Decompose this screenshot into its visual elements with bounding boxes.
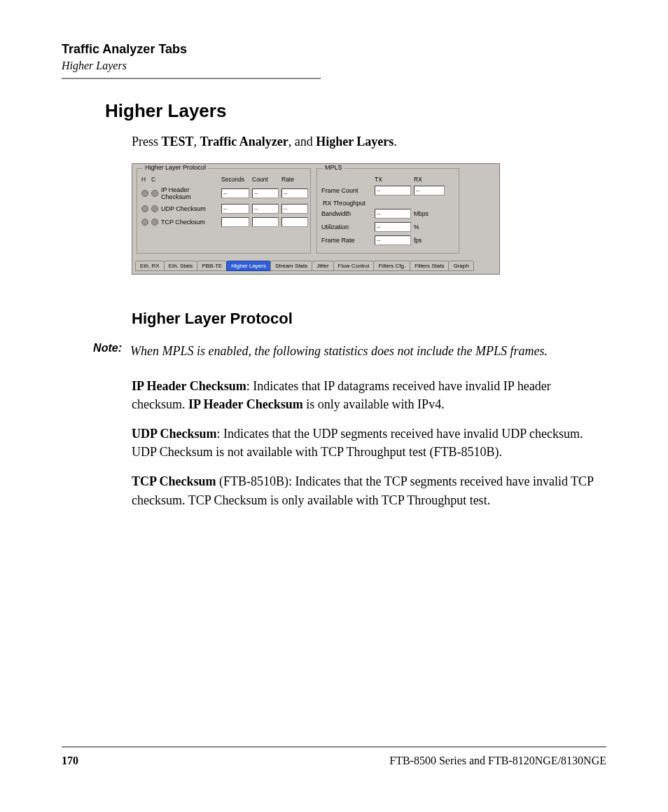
cell-rx: -- [414, 186, 445, 195]
row-udp-checksum: UDP Checksum -- -- -- [141, 204, 306, 214]
col-seconds: Seconds [221, 176, 249, 183]
led-icon [151, 205, 158, 212]
cell-frame-rate: -- [375, 235, 411, 245]
col-h: H [141, 176, 148, 183]
note-block: Note: When MPLS is enabled, the followin… [83, 342, 606, 360]
col-tx: TX [375, 176, 411, 183]
term-tcp-checksum: TCP Checksum [132, 474, 216, 488]
tab-eth-rx[interactable]: Eth. RX [135, 261, 165, 271]
page-title: Higher Layers [105, 100, 606, 122]
paragraph-tcp-checksum: TCP Checksum (FTB-8510B): Indicates that… [132, 472, 606, 509]
row-bandwidth: Bandwidth -- Mbps [321, 209, 454, 219]
unit-fps: fps [414, 237, 445, 244]
led-icon [151, 190, 158, 197]
intro-sep1: , [194, 135, 200, 149]
intro-test: TEST [162, 135, 194, 149]
paragraph-udp-checksum: UDP Checksum: Indicates that the UDP seg… [132, 425, 606, 461]
tab-jitter[interactable]: Jitter [312, 261, 333, 271]
group-mpls: MPLS TX RX Frame Count -- -- RX Throughp… [316, 168, 459, 254]
col-count: Count [252, 176, 279, 183]
unit-mbps: Mbps [414, 210, 445, 217]
col-rate: Rate [281, 176, 308, 183]
label-rx-throughput: RX Throughput [323, 200, 454, 207]
tab-higher-layers[interactable]: Higher Layers [226, 261, 271, 271]
note-body: When MPLS is enabled, the following stat… [130, 342, 548, 360]
tab-pbb-te[interactable]: PBB-TE [197, 261, 227, 271]
term-udp-checksum: UDP Checksum [132, 427, 217, 441]
intro-post: . [394, 135, 397, 149]
label-utilization: Utilization [321, 223, 372, 230]
col-rx: RX [414, 176, 445, 183]
cell-tx: -- [375, 186, 411, 195]
footer-divider [62, 746, 606, 748]
cell-bandwidth: -- [375, 209, 411, 219]
cell-rate: -- [281, 204, 308, 214]
tab-eth-stats[interactable]: Eth. Stats [164, 261, 198, 271]
header-divider [62, 78, 321, 79]
row-frame-rate: Frame Rate -- fps [321, 235, 454, 245]
col-c: C [151, 176, 158, 183]
cell-count [252, 217, 279, 227]
row-label: IP Header Checksum [161, 186, 218, 200]
row-ip-header-checksum: IP Header Checksum -- -- -- [141, 186, 306, 200]
tab-bar: Eth. RX Eth. Stats PBB-TE Higher Layers … [132, 261, 499, 274]
label-bandwidth: Bandwidth [321, 210, 372, 217]
tab-flow-control[interactable]: Flow Control [333, 261, 375, 271]
cell-seconds: -- [221, 188, 249, 198]
text-span: is only available with IPv4. [303, 397, 445, 411]
tab-graph[interactable]: Graph [448, 261, 473, 271]
intro-text: Press TEST, Traffic Analyzer, and Higher… [132, 135, 606, 149]
term-ip-header-checksum: IP Header Checksum [132, 379, 246, 393]
subheading: Higher Layer Protocol [132, 310, 606, 328]
label-frame-rate: Frame Rate [321, 237, 372, 244]
row-label: UDP Checksum [161, 205, 218, 212]
product-line: FTB-8500 Series and FTB-8120NGE/8130NGE [389, 755, 606, 767]
cell-utilization: -- [375, 222, 411, 232]
cell-rate: -- [281, 188, 308, 198]
term-ip-header-checksum-2: IP Header Checksum [188, 397, 303, 411]
ui-screenshot: Higher Layer Protocol H C Seconds Count … [132, 163, 500, 275]
tab-filters-cfg[interactable]: Filters Cfg. [373, 261, 410, 271]
note-label: Note: [83, 342, 122, 360]
row-frame-count: Frame Count -- -- [321, 186, 454, 195]
unit-percent: % [414, 223, 445, 230]
led-icon [141, 190, 148, 197]
group-legend-hlp: Higher Layer Protocol [143, 164, 208, 171]
intro-traffic: Traffic Analyzer [200, 135, 288, 149]
row-utilization: Utilization -- % [321, 222, 454, 232]
group-legend-mpls: MPLS [323, 164, 345, 171]
page-section: Higher Layers [62, 60, 606, 72]
intro-higher: Higher Layers [316, 135, 394, 149]
intro-pre: Press [132, 135, 162, 149]
row-label: TCP Checksum [161, 219, 218, 226]
page-chapter: Traffic Analyzer Tabs [62, 42, 606, 57]
row-tcp-checksum: TCP Checksum [141, 217, 306, 227]
led-icon [151, 219, 158, 226]
intro-sep2: , and [288, 135, 316, 149]
led-icon [141, 205, 148, 212]
paragraph-ip-header-checksum: IP Header Checksum: Indicates that IP da… [132, 377, 606, 413]
tab-stream-stats[interactable]: Stream Stats [270, 261, 312, 271]
cell-rate [281, 217, 308, 227]
led-icon [141, 219, 148, 226]
cell-seconds [221, 217, 249, 227]
tab-filters-stats[interactable]: Filters Stats [410, 261, 449, 271]
cell-count: -- [252, 204, 279, 214]
page-number: 170 [62, 755, 78, 767]
page-footer: 170 FTB-8500 Series and FTB-8120NGE/8130… [62, 746, 606, 767]
label-frame-count: Frame Count [321, 187, 372, 194]
group-higher-layer-protocol: Higher Layer Protocol H C Seconds Count … [137, 168, 311, 254]
cell-count: -- [252, 188, 279, 198]
cell-seconds: -- [221, 204, 249, 214]
